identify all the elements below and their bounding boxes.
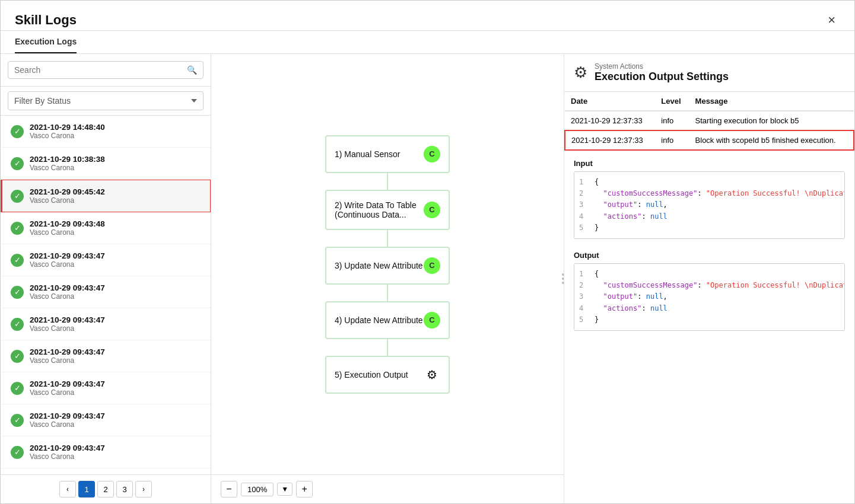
code-line: 5} bbox=[579, 314, 840, 326]
flow-node-2[interactable]: 2) Write Data To Table (Continuous Data.… bbox=[325, 190, 450, 230]
drag-handle[interactable] bbox=[562, 273, 564, 284]
log-user: Vasco Carona bbox=[30, 388, 105, 397]
flow-node-5[interactable]: 5) Execution Output⚙ bbox=[325, 356, 450, 394]
search-input-wrap: 🔍 bbox=[8, 61, 204, 79]
check-icon: ✓ bbox=[11, 318, 24, 331]
zoom-out-button[interactable]: − bbox=[221, 481, 237, 497]
log-item[interactable]: ✓ 2021-10-29 09:43:47 Vasco Carona bbox=[1, 308, 211, 340]
flow-node-label: 4) Update New Attribute bbox=[335, 315, 423, 325]
page-1-button[interactable]: 1 bbox=[78, 481, 95, 497]
log-datetime: 2021-10-29 09:43:47 bbox=[30, 444, 105, 452]
left-panel: 🔍 Filter By Status ✓ 2021-10-29 14:48:40… bbox=[1, 54, 211, 503]
flow-container: 1) Manual SensorC2) Write Data To Table … bbox=[325, 54, 450, 474]
flow-node-badge: C bbox=[424, 312, 440, 328]
check-icon: ✓ bbox=[11, 157, 24, 170]
log-user: Vasco Carona bbox=[30, 452, 105, 461]
log-item[interactable]: ✓ 2021-10-29 10:38:38 Vasco Carona bbox=[1, 148, 211, 180]
right-header: ⚙ System Actions Execution Output Settin… bbox=[564, 54, 854, 92]
log-item[interactable]: ✓ 2021-10-29 09:43:47 Vasco Carona bbox=[1, 404, 211, 436]
log-user: Vasco Carona bbox=[30, 292, 105, 301]
log-user: Vasco Carona bbox=[30, 324, 105, 333]
log-item[interactable]: ✓ 2021-10-29 14:48:40 Vasco Carona bbox=[1, 116, 211, 148]
skill-logs-modal: Skill Logs × Execution Logs 🔍 Filter By … bbox=[0, 0, 855, 504]
page-3-button[interactable]: 3 bbox=[116, 481, 133, 497]
log-item[interactable]: ✓ 2021-10-29 09:43:47 Vasco Carona bbox=[1, 372, 211, 404]
modal-header: Skill Logs × bbox=[1, 1, 854, 31]
check-icon: ✓ bbox=[11, 254, 24, 267]
zoom-in-button[interactable]: + bbox=[296, 481, 313, 497]
flow-node-label: 3) Update New Attribute bbox=[335, 261, 423, 270]
flow-node-3[interactable]: 3) Update New AttributeC bbox=[325, 247, 450, 285]
log-table: DateLevelMessage2021-10-29 12:37:33infoS… bbox=[564, 92, 854, 151]
flow-node-4[interactable]: 4) Update New AttributeC bbox=[325, 301, 450, 339]
code-line: 2 "customSuccessMessage": "Operation Suc… bbox=[579, 188, 840, 199]
table-row[interactable]: 2021-10-29 12:37:33infoStarting executio… bbox=[565, 111, 854, 130]
check-icon: ✓ bbox=[11, 414, 24, 427]
log-user: Vasco Carona bbox=[30, 164, 105, 172]
zoom-dropdown-button[interactable]: ▼ bbox=[277, 483, 293, 496]
log-datetime: 2021-10-29 09:43:47 bbox=[30, 251, 105, 260]
log-item[interactable]: ✓ 2021-10-29 09:45:42 Vasco Carona bbox=[1, 180, 211, 212]
zoom-level: 100% bbox=[241, 483, 274, 496]
table-header: Level bbox=[655, 92, 689, 111]
table-cell-level: info bbox=[655, 111, 689, 130]
log-datetime: 2021-10-29 09:43:47 bbox=[30, 315, 105, 324]
tab-bar: Execution Logs bbox=[1, 31, 854, 54]
table-row[interactable]: 2021-10-29 12:37:33infoBlock with scopeI… bbox=[565, 130, 854, 150]
flow-node-label: 1) Manual Sensor bbox=[335, 149, 401, 159]
tab-execution-logs[interactable]: Execution Logs bbox=[15, 31, 77, 53]
page-2-button[interactable]: 2 bbox=[97, 481, 114, 497]
log-datetime: 2021-10-29 09:43:47 bbox=[30, 283, 105, 292]
log-user: Vasco Carona bbox=[30, 260, 105, 269]
log-datetime: 2021-10-29 09:43:47 bbox=[30, 412, 105, 420]
log-datetime: 2021-10-29 09:43:47 bbox=[30, 379, 105, 388]
log-user: Vasco Carona bbox=[30, 420, 105, 429]
log-list: ✓ 2021-10-29 14:48:40 Vasco Carona ✓ 202… bbox=[1, 116, 211, 474]
table-cell-date: 2021-10-29 12:37:33 bbox=[565, 130, 655, 150]
output-label: Output bbox=[574, 251, 845, 260]
input-section: Input 1{2 "customSuccessMessage": "Opera… bbox=[564, 153, 854, 245]
log-datetime: 2021-10-29 09:43:48 bbox=[30, 219, 105, 228]
flow-node-badge: C bbox=[424, 202, 440, 218]
gear-badge: ⚙ bbox=[424, 366, 440, 383]
log-item[interactable]: ✓ 2021-10-29 09:43:47 Vasco Carona bbox=[1, 244, 211, 276]
close-button[interactable]: × bbox=[823, 10, 840, 30]
output-section: Output 1{2 "customSuccessMessage": "Oper… bbox=[564, 245, 854, 337]
check-icon: ✓ bbox=[11, 190, 24, 203]
search-box: 🔍 bbox=[1, 54, 211, 87]
code-line: 2 "customSuccessMessage": "Operation Suc… bbox=[579, 280, 840, 291]
flow-node-badge: C bbox=[424, 146, 440, 162]
code-line: 4 "actions": null bbox=[579, 303, 840, 314]
flow-node-label: 2) Write Data To Table (Continuous Data.… bbox=[335, 200, 424, 219]
flow-node-1[interactable]: 1) Manual SensorC bbox=[325, 135, 450, 173]
flow-connector bbox=[387, 173, 388, 190]
output-code-block: 1{2 "customSuccessMessage": "Operation S… bbox=[574, 263, 845, 331]
code-line: 1{ bbox=[579, 269, 840, 280]
log-datetime: 2021-10-29 10:38:38 bbox=[30, 155, 105, 164]
log-item[interactable]: ✓ 2021-10-29 09:43:47 Vasco Carona bbox=[1, 340, 211, 372]
filter-wrap: Filter By Status bbox=[1, 87, 211, 116]
check-icon: ✓ bbox=[11, 350, 24, 363]
code-line: 3 "output": null, bbox=[579, 199, 840, 210]
search-icon: 🔍 bbox=[187, 65, 197, 75]
prev-page-button[interactable]: ‹ bbox=[59, 481, 76, 497]
zoom-bar: − 100% ▼ + bbox=[211, 474, 564, 503]
next-page-button[interactable]: › bbox=[135, 481, 152, 497]
right-panel: ⚙ System Actions Execution Output Settin… bbox=[564, 54, 854, 503]
log-user: Vasco Carona bbox=[30, 228, 105, 237]
flow-connector bbox=[387, 339, 388, 356]
pagination: ‹ 1 2 3 › bbox=[1, 474, 211, 503]
log-user: Vasco Carona bbox=[30, 196, 105, 205]
filter-by-status[interactable]: Filter By Status bbox=[8, 91, 204, 110]
log-datetime: 2021-10-29 09:45:42 bbox=[30, 187, 105, 196]
log-item[interactable]: ✓ 2021-10-29 09:43:47 Vasco Carona bbox=[1, 276, 211, 308]
center-panel: 1) Manual SensorC2) Write Data To Table … bbox=[211, 54, 564, 503]
search-input[interactable] bbox=[14, 65, 187, 75]
right-content: DateLevelMessage2021-10-29 12:37:33infoS… bbox=[564, 92, 854, 503]
table-header: Message bbox=[689, 92, 854, 111]
log-user: Vasco Carona bbox=[30, 132, 105, 140]
modal-body: 🔍 Filter By Status ✓ 2021-10-29 14:48:40… bbox=[1, 54, 854, 503]
code-line: 3 "output": null, bbox=[579, 291, 840, 302]
log-item[interactable]: ✓ 2021-10-29 09:43:48 Vasco Carona bbox=[1, 212, 211, 244]
log-item[interactable]: ✓ 2021-10-29 09:43:47 Vasco Carona bbox=[1, 436, 211, 468]
